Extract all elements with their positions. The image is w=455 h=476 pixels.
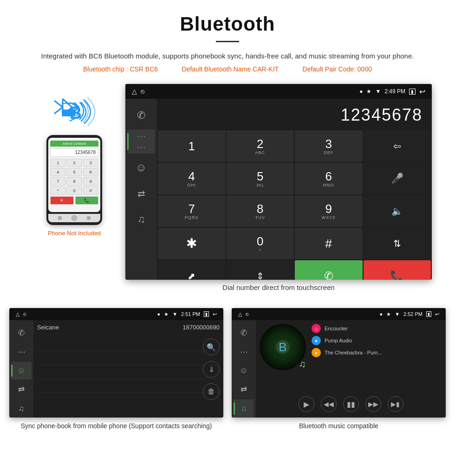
phone-key-5[interactable]: 5 bbox=[66, 168, 82, 176]
page-title: Bluetooth bbox=[0, 0, 455, 38]
ms-music[interactable]: ♫ bbox=[234, 399, 254, 418]
phone-key-hash[interactable]: # bbox=[83, 187, 98, 195]
contact-search-btn[interactable]: 🔍 bbox=[203, 339, 220, 355]
phone-key-8[interactable]: 8 bbox=[66, 177, 82, 186]
phone-key-0[interactable]: 0 bbox=[66, 187, 82, 195]
prev-btn[interactable]: ◀◀ bbox=[321, 396, 337, 412]
cs-transfer[interactable]: ⇄ bbox=[11, 380, 32, 399]
contacts-statusbar-right: ● ★ ▼ 2:51 PM ▮ ↩ bbox=[157, 311, 217, 317]
ms-phone[interactable]: ✆ bbox=[234, 324, 254, 342]
pause-btn[interactable]: ▮▮ bbox=[343, 396, 359, 412]
key-hash[interactable]: # bbox=[295, 228, 363, 259]
key-up[interactable]: ⬈ bbox=[158, 260, 226, 280]
dialpad-icon: ⋯⋯ bbox=[136, 130, 146, 153]
key-5[interactable]: 5JKL bbox=[227, 163, 294, 194]
phone-end-call[interactable]: ✕ bbox=[50, 196, 74, 205]
music-statusbar: △ ⎋ ● ★ ▼ 2:52 PM ▮ ↩ bbox=[232, 308, 446, 320]
ms-dialpad[interactable]: ⋯ bbox=[234, 343, 254, 361]
phone-menu-btn bbox=[87, 216, 91, 220]
sidebar-dialpad[interactable]: ⋯⋯ bbox=[127, 129, 155, 154]
transfer-icon: ⇄ bbox=[137, 188, 145, 199]
phone-key-7[interactable]: 7 bbox=[50, 177, 65, 186]
play-btn[interactable]: ▶ bbox=[299, 396, 314, 412]
album-art: B ♫ bbox=[260, 324, 306, 370]
key-call[interactable]: ✆ bbox=[295, 260, 363, 280]
cs-music[interactable]: ♫ bbox=[11, 399, 32, 418]
phone-screen: Add to Contacts 12345678 1 2 3 4 5 6 7 8… bbox=[48, 138, 100, 212]
phone-call[interactable]: 📞 bbox=[75, 196, 99, 205]
phone-key-2[interactable]: 2 bbox=[66, 159, 82, 167]
ms-contacts-icon: ☺ bbox=[240, 366, 247, 375]
music-top-area: B ♫ ♫ Encounter ● Pump Audio bbox=[260, 324, 442, 389]
contact-row-1 bbox=[37, 337, 220, 351]
usb-icon: ⎋ bbox=[141, 88, 144, 95]
phone-icon: ✆ bbox=[137, 109, 145, 122]
key-7[interactable]: 7PQRS bbox=[158, 195, 226, 227]
skip-end-btn[interactable]: ▶▮ bbox=[388, 396, 403, 412]
c-loc-icon: ● bbox=[157, 311, 160, 317]
c-usb-icon: ⎋ bbox=[23, 311, 26, 317]
m-bt-icon: ★ bbox=[386, 311, 391, 317]
key-volume[interactable]: 🔈 bbox=[364, 195, 431, 227]
key-0[interactable]: 0+ bbox=[227, 228, 294, 259]
m-usb-icon: ⎋ bbox=[246, 311, 249, 317]
track-2-icon: ● bbox=[312, 336, 321, 345]
sidebar-transfer[interactable]: ⇄ bbox=[127, 181, 155, 206]
ms-transfer[interactable]: ⇄ bbox=[234, 380, 254, 399]
key-mute[interactable]: 🎤 bbox=[364, 163, 431, 194]
cs-transfer-icon: ⇄ bbox=[18, 385, 25, 394]
statusbar-right: ● ★ ▼ 2:49 PM ▮ ↩ bbox=[359, 87, 425, 96]
back-icon: ↩ bbox=[419, 87, 425, 96]
cs-contacts[interactable]: ☺ bbox=[11, 362, 32, 380]
music-main: B ♫ ♫ Encounter ● Pump Audio bbox=[256, 320, 446, 418]
contacts-screen: △ ⎋ ● ★ ▼ 2:51 PM ▮ ↩ ✆ bbox=[9, 308, 223, 418]
key-end[interactable]: 📞 bbox=[364, 260, 431, 280]
key-2[interactable]: 2ABC bbox=[227, 130, 294, 162]
phone-mockup: Add to Contacts 12345678 1 2 3 4 5 6 7 8… bbox=[46, 135, 102, 225]
contact-delete-btn[interactable]: 🗑 bbox=[203, 383, 220, 400]
music-icon: ♫ bbox=[137, 213, 145, 225]
key-6[interactable]: 6MNO bbox=[295, 163, 363, 194]
m-time: 2:52 PM bbox=[403, 311, 422, 317]
dialpad-section: △ ⎋ ● ★ ▼ 2:49 PM ▮ ↩ ✆ bbox=[125, 84, 432, 300]
bt-status-icon: ★ bbox=[366, 88, 371, 95]
cs-dialpad[interactable]: ⋯ bbox=[11, 343, 32, 361]
dialpad-grid: 1 2ABC 3DEF ⇦ 4GHI 5JKL 6MNO 🎤 7PQRS 8TU… bbox=[157, 129, 432, 280]
cs-dialpad-icon: ⋯ bbox=[18, 347, 26, 357]
music-note-icon: ♫ bbox=[299, 359, 306, 369]
contacts-block: △ ⎋ ● ★ ▼ 2:51 PM ▮ ↩ ✆ bbox=[9, 308, 223, 431]
key-swap[interactable]: ⇅ bbox=[364, 228, 431, 259]
phone-key-6[interactable]: 6 bbox=[83, 168, 98, 176]
music-controls: ▶ ◀◀ ▮▮ ▶▶ ▶▮ bbox=[260, 392, 442, 414]
bt-disc-icon: B bbox=[279, 340, 286, 354]
key-4[interactable]: 4GHI bbox=[158, 163, 226, 194]
track-item-2: ● Pump Audio bbox=[312, 336, 442, 345]
key-swap2[interactable]: ⇕ bbox=[227, 260, 294, 280]
track-list: ♫ Encounter ● Pump Audio ● The Cheebacbr… bbox=[312, 324, 442, 389]
c-wifi-icon: ▼ bbox=[172, 311, 177, 317]
key-star[interactable]: ✱ bbox=[158, 228, 226, 259]
key-3[interactable]: 3DEF bbox=[295, 130, 363, 162]
phone-key-1[interactable]: 1 bbox=[50, 159, 65, 167]
cs-phone[interactable]: ✆ bbox=[11, 324, 32, 342]
phone-key-3[interactable]: 3 bbox=[83, 159, 98, 167]
sidebar-phone[interactable]: ✆ bbox=[127, 103, 155, 128]
phone-key-4[interactable]: 4 bbox=[50, 168, 65, 176]
ms-dialpad-icon: ⋯ bbox=[240, 347, 248, 357]
key-8[interactable]: 8TUV bbox=[227, 195, 294, 227]
key-9[interactable]: 9WXYZ bbox=[295, 195, 363, 227]
contacts-action-panel: 🔍 ⇓ 🗑 bbox=[203, 339, 220, 400]
car-statusbar: △ ⎋ ● ★ ▼ 2:49 PM ▮ ↩ bbox=[125, 84, 432, 99]
music-block: △ ⎋ ● ★ ▼ 2:52 PM ▮ ↩ ✆ bbox=[232, 308, 446, 431]
m-back-icon: ↩ bbox=[435, 311, 439, 317]
phone-key-star[interactable]: * bbox=[50, 187, 65, 195]
sidebar-music[interactable]: ♫ bbox=[127, 207, 155, 232]
phone-key-9[interactable]: 9 bbox=[83, 177, 98, 186]
sidebar-contacts[interactable]: ☺ bbox=[127, 155, 155, 180]
contact-download-btn[interactable]: ⇓ bbox=[203, 361, 220, 378]
svg-line-7 bbox=[54, 101, 63, 107]
ms-contacts[interactable]: ☺ bbox=[234, 362, 254, 380]
key-backspace[interactable]: ⇦ bbox=[364, 130, 431, 162]
key-1[interactable]: 1 bbox=[158, 130, 226, 162]
next-btn[interactable]: ▶▶ bbox=[365, 396, 381, 412]
